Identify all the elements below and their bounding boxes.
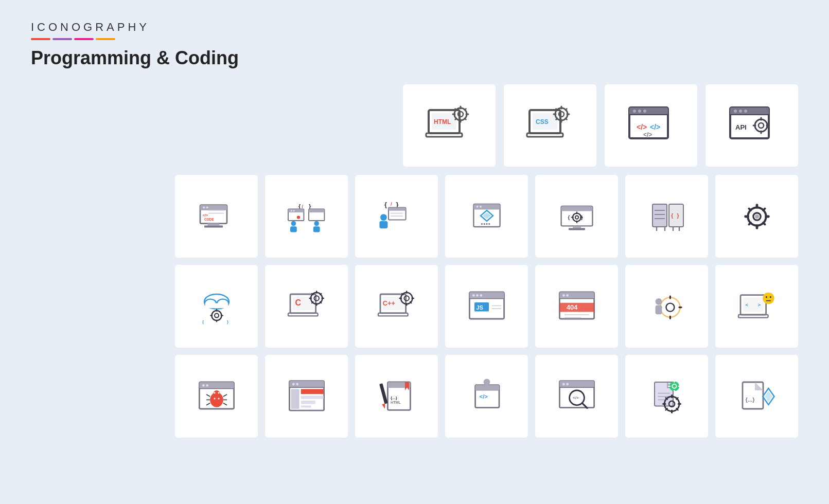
svg-point-200 <box>769 296 771 298</box>
icon-diamond-bracket: {...} <box>715 355 798 438</box>
svg-rect-130 <box>205 303 228 308</box>
icon-html-bookmark: {...} HTML <box>355 355 438 438</box>
svg-point-169 <box>476 294 479 297</box>
svg-marker-235 <box>382 403 386 409</box>
svg-marker-271 <box>755 382 763 390</box>
svg-point-90 <box>483 223 485 224</box>
bar-4 <box>96 38 115 40</box>
brand-name: ICONOGRAPHY <box>31 21 798 34</box>
svg-point-185 <box>660 297 680 317</box>
svg-point-132 <box>215 313 219 317</box>
top-icons-row: HTML <box>175 84 798 167</box>
svg-text:}: } <box>227 319 228 324</box>
svg-point-205 <box>202 384 205 387</box>
svg-text:{: { <box>568 214 570 220</box>
brand-bars <box>31 38 798 40</box>
svg-rect-140 <box>288 313 318 316</box>
svg-point-45 <box>759 123 764 128</box>
svg-point-42 <box>744 110 747 113</box>
bar-3 <box>74 38 94 40</box>
bar-2 <box>52 38 72 40</box>
svg-text:CODE: CODE <box>204 218 214 221</box>
svg-point-33 <box>643 110 646 113</box>
svg-point-170 <box>480 294 482 297</box>
svg-text:/: / <box>302 204 303 209</box>
icon-dev-code: </> <box>445 355 528 438</box>
svg-point-206 <box>206 384 208 387</box>
svg-line-27 <box>556 118 558 120</box>
icon-404-browser: 404 <box>535 265 618 348</box>
svg-point-98 <box>575 215 578 219</box>
svg-text:}: } <box>677 212 679 218</box>
svg-point-191 <box>655 298 662 305</box>
svg-line-214 <box>223 403 226 405</box>
icon-ui-browser <box>265 355 348 438</box>
svg-point-91 <box>486 223 487 224</box>
svg-text:HTML: HTML <box>391 400 401 405</box>
svg-text:C: C <box>295 298 301 307</box>
svg-rect-228 <box>301 405 311 407</box>
svg-line-209 <box>206 394 210 397</box>
svg-point-85 <box>476 205 478 207</box>
icon-cpp-laptop: C++ <box>355 265 438 348</box>
svg-point-44 <box>755 119 767 132</box>
svg-rect-94 <box>561 206 592 211</box>
svg-rect-68 <box>290 226 297 232</box>
svg-line-11 <box>465 118 466 120</box>
icon-server-code: { } <box>625 175 708 258</box>
svg-line-13 <box>455 118 457 120</box>
svg-rect-226 <box>301 395 323 399</box>
svg-rect-227 <box>301 401 315 404</box>
icon-code-monitor: </> CODE <box>175 175 258 258</box>
svg-rect-234 <box>379 383 388 404</box>
svg-marker-233 <box>405 382 409 390</box>
svg-point-32 <box>638 110 641 113</box>
svg-point-215 <box>214 392 215 393</box>
svg-rect-73 <box>313 226 320 232</box>
svg-text:/: / <box>391 201 392 207</box>
icon-html-settings: HTML <box>403 84 496 167</box>
svg-text:}: } <box>309 203 311 209</box>
icon-gear-standalone <box>715 175 798 258</box>
svg-point-86 <box>480 205 482 207</box>
svg-rect-192 <box>655 305 662 314</box>
svg-point-67 <box>291 221 296 226</box>
svg-text:</>: </> <box>202 213 207 218</box>
svg-rect-103 <box>573 226 581 228</box>
svg-rect-154 <box>378 313 408 316</box>
icon-user-code: { } / <box>355 175 438 258</box>
svg-point-254 <box>669 381 679 391</box>
svg-text:CSS: CSS <box>536 118 549 125</box>
svg-line-10 <box>455 109 457 111</box>
svg-point-52 <box>203 206 205 208</box>
svg-point-81 <box>380 214 387 221</box>
icon-bug-browser <box>175 355 258 438</box>
svg-point-216 <box>218 392 219 393</box>
svg-rect-104 <box>569 228 585 230</box>
svg-point-245 <box>566 383 569 385</box>
svg-rect-225 <box>301 389 323 394</box>
svg-text:JS: JS <box>476 304 483 310</box>
header: ICONOGRAPHY Programming & Coding <box>31 21 798 69</box>
icon-api-settings: API <box>705 84 798 167</box>
svg-rect-15 <box>527 133 563 137</box>
svg-text:{: { <box>384 200 387 208</box>
svg-line-123 <box>763 223 765 224</box>
svg-point-223 <box>296 383 298 385</box>
icon-gear-file <box>625 355 708 438</box>
svg-point-97 <box>573 213 581 221</box>
svg-point-92 <box>488 223 490 224</box>
icon-developer-gear <box>625 265 708 348</box>
svg-point-198 <box>763 292 774 303</box>
svg-point-239 <box>483 379 490 385</box>
svg-text:</>: </> <box>643 131 652 138</box>
svg-rect-105 <box>652 204 667 227</box>
svg-text:</>: </> <box>637 123 647 131</box>
icon-c-laptop: C <box>265 265 348 348</box>
svg-rect-194 <box>738 315 768 318</box>
svg-line-26 <box>566 109 567 111</box>
svg-line-12 <box>465 109 466 111</box>
svg-rect-58 <box>207 223 219 225</box>
svg-line-25 <box>566 118 567 120</box>
svg-point-72 <box>314 221 319 226</box>
